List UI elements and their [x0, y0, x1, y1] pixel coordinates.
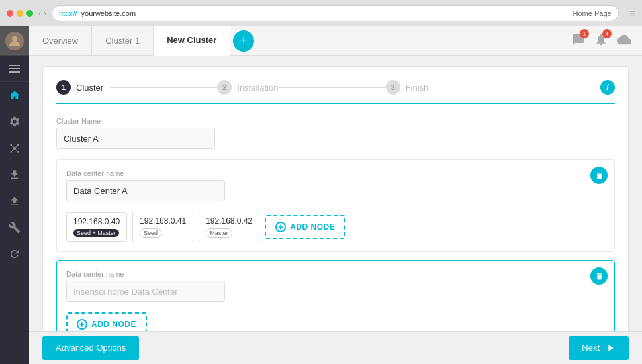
top-nav: Overview Cluster 1 New Cluster + 1 4 — [29, 26, 642, 56]
step2-number: 2 — [217, 80, 232, 95]
next-arrow-icon — [605, 343, 616, 353]
nodes-row-1: 192.168.0.40 Seed + Master 192.168.0.41 … — [66, 212, 605, 242]
sidebar-item-settings[interactable] — [0, 109, 29, 135]
sidebar-menu-button[interactable] — [0, 56, 29, 82]
node2-tag-seed: Seed — [140, 228, 161, 238]
cluster-name-label: Cluster Name — [56, 117, 615, 125]
step1-number: 1 — [56, 80, 71, 95]
url-prefix: http:// — [59, 9, 77, 17]
step3-number: 3 — [386, 80, 400, 95]
datacenter2-label: Data center name — [66, 270, 605, 278]
svg-line-6 — [12, 146, 13, 147]
browser-chrome: ‹ › http:// yourwebsite.com Home Page ≡ — [0, 0, 642, 26]
traffic-lights — [7, 10, 33, 17]
url-text: yourwebsite.com — [81, 9, 136, 17]
node3-tag-master: Master — [206, 228, 232, 238]
svg-point-0 — [12, 36, 17, 42]
node1-tags: Seed + Master — [73, 229, 120, 237]
maximize-button[interactable] — [26, 10, 33, 17]
info-icon[interactable]: i — [600, 80, 615, 95]
sidebar-item-refresh[interactable] — [0, 241, 29, 267]
tab-cluster1[interactable]: Cluster 1 — [92, 26, 154, 56]
cloud-icon-wrapper[interactable] — [617, 32, 631, 49]
main-card: 1 Cluster 2 Installation 3 Finish i — [42, 66, 629, 331]
node-2[interactable]: 192.168.0.41 Seed — [132, 212, 193, 242]
tab-new-cluster[interactable]: New Cluster — [154, 26, 230, 56]
add-node-button-1[interactable]: + ADD NODE — [265, 215, 345, 239]
step3-label: Finish — [406, 83, 429, 93]
next-button[interactable]: Next — [569, 336, 629, 360]
delete-datacenter-1-button[interactable] — [590, 167, 608, 184]
sidebar-item-nodes[interactable] — [0, 135, 29, 161]
step1-label: Cluster — [76, 83, 103, 93]
sidebar-item-download[interactable] — [0, 161, 29, 188]
node2-ip: 192.168.0.41 — [140, 216, 186, 226]
trash-icon-2 — [595, 272, 604, 281]
svg-line-9 — [16, 150, 17, 151]
tab-add-button[interactable]: + — [233, 30, 254, 52]
home-page-label: Home Page — [573, 9, 612, 17]
sidebar — [0, 26, 29, 364]
sidebar-item-tools[interactable] — [0, 214, 29, 241]
step-divider-2 — [278, 87, 385, 88]
trash-icon — [595, 171, 604, 180]
datacenter1-label: Data center name — [66, 169, 605, 177]
add-node-label-2: ADD NODE — [91, 320, 136, 329]
main-content: Overview Cluster 1 New Cluster + 1 4 — [29, 26, 642, 364]
data-center-2: Data center name + ADD NODE — [56, 260, 615, 331]
bell-badge: 4 — [602, 29, 612, 38]
address-bar[interactable]: http:// yourwebsite.com Home Page — [52, 5, 619, 21]
step-2: 2 Installation — [217, 80, 278, 95]
stepper-row: 1 Cluster 2 Installation 3 Finish i — [56, 80, 615, 104]
bottom-bar: Advanced Options Next — [29, 331, 642, 364]
forward-arrow[interactable]: › — [44, 9, 46, 18]
step-1: 1 Cluster — [56, 80, 110, 95]
svg-point-5 — [17, 151, 19, 153]
node2-tags: Seed — [140, 228, 186, 238]
cluster-name-input[interactable] — [56, 128, 215, 149]
nav-icons: 1 4 — [572, 32, 631, 49]
hamburger-icon — [9, 65, 20, 73]
sidebar-avatar[interactable] — [0, 26, 29, 56]
data-center-1: Data center name 192.168.0.40 Seed + Mas… — [56, 159, 615, 252]
svg-line-8 — [12, 150, 13, 151]
cloud-icon — [617, 32, 631, 47]
browser-menu-icon[interactable]: ≡ — [629, 7, 635, 19]
datacenter1-name-input[interactable] — [66, 180, 225, 201]
advanced-options-button[interactable]: Advanced Options — [42, 336, 139, 360]
sidebar-item-upload[interactable] — [0, 188, 29, 214]
delete-datacenter-2-button[interactable] — [590, 267, 608, 285]
add-node-button-2[interactable]: + ADD NODE — [66, 312, 147, 331]
cluster-name-group: Cluster Name — [56, 117, 615, 149]
add-node-plus-icon: + — [275, 222, 286, 232]
node-3[interactable]: 192.168.0.42 Master — [199, 212, 259, 242]
nav-arrows[interactable]: ‹ › — [38, 9, 46, 18]
nodes-row-2: + ADD NODE — [66, 312, 605, 331]
node1-ip: 192.168.0.40 — [73, 217, 120, 226]
add-node-label-1: ADD NODE — [290, 222, 335, 232]
add-node-plus-icon-2: + — [77, 319, 87, 330]
chat-badge: 1 — [580, 29, 589, 38]
avatar — [5, 32, 24, 50]
node3-ip: 192.168.0.42 — [206, 216, 252, 226]
back-arrow[interactable]: ‹ — [38, 9, 41, 18]
node1-tag-seed-master: Seed + Master — [73, 229, 119, 237]
chat-icon-wrapper[interactable]: 1 — [572, 33, 585, 48]
datacenter1-name-group: Data center name — [66, 169, 605, 201]
advanced-options-label: Advanced Options — [56, 343, 126, 353]
node-1[interactable]: 192.168.0.40 Seed + Master — [66, 212, 127, 242]
svg-point-2 — [10, 144, 12, 146]
sidebar-item-home[interactable] — [0, 82, 29, 109]
bell-icon-wrapper[interactable]: 4 — [594, 33, 608, 48]
datacenter2-name-input[interactable] — [66, 281, 225, 302]
page-content: 1 Cluster 2 Installation 3 Finish i — [29, 56, 642, 331]
close-button[interactable] — [7, 10, 13, 17]
minimize-button[interactable] — [17, 10, 23, 17]
step2-label: Installation — [237, 83, 278, 93]
node3-tags: Master — [206, 228, 252, 238]
tab-overview[interactable]: Overview — [29, 26, 92, 56]
svg-line-7 — [16, 146, 17, 147]
next-label: Next — [582, 343, 600, 353]
app-container: Overview Cluster 1 New Cluster + 1 4 — [0, 26, 642, 364]
step-divider-1 — [110, 87, 217, 88]
